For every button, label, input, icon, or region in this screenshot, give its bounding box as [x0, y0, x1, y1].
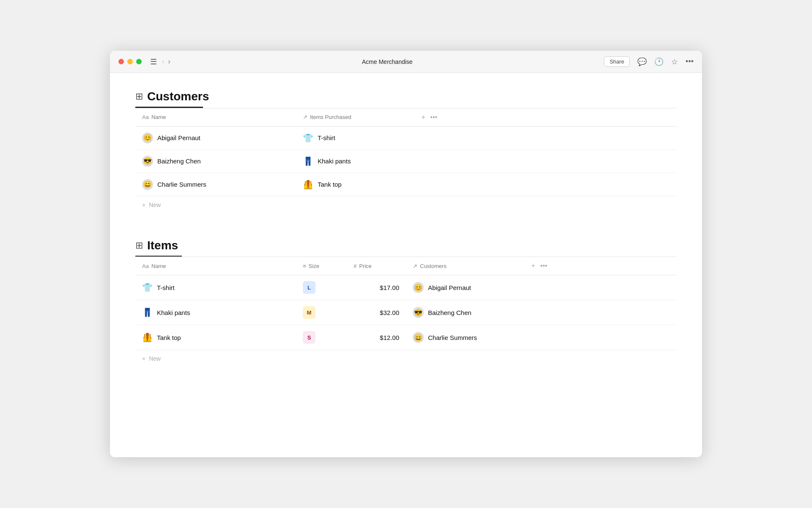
items-item-name-2: Tank top [157, 334, 181, 341]
items-section: ⊞ Items Aa Name [135, 239, 677, 367]
traffic-lights [118, 59, 142, 64]
avatar-baizheng: 😎 [142, 156, 153, 167]
item-name-2: Tank top [318, 181, 342, 188]
price-1: $32.00 [380, 309, 399, 316]
customers-row-1-name[interactable]: 😎 Baizheng Chen [135, 149, 296, 173]
minimize-button[interactable] [127, 59, 133, 64]
customers-new-plus-icon: + [142, 202, 145, 208]
customers-row-2-item[interactable]: 🦺 Tank top [296, 173, 414, 196]
back-button[interactable]: ‹ [162, 57, 165, 66]
customers-row-0-item[interactable]: 👕 T-shirt [296, 126, 414, 149]
customers-col-items-purchased[interactable]: ↗ Items Purchased [296, 108, 414, 127]
items-row-2-size[interactable]: S [296, 325, 347, 350]
items-row-0-price[interactable]: $17.00 [347, 275, 406, 300]
items-row-0-size[interactable]: L [296, 275, 347, 300]
more-columns-button[interactable]: ••• [430, 113, 437, 121]
items-price-col-icon: # [354, 263, 357, 269]
titlebar-actions: Share 💬 🕐 ☆ ••• [604, 56, 694, 67]
customers-table-icon: ⊞ [135, 91, 143, 102]
items-col-name[interactable]: Aa Name [135, 257, 296, 275]
items-size-col-icon: ≡ [303, 263, 306, 269]
name-col-icon: Aa [142, 114, 149, 120]
customers-row-0-extra [414, 126, 677, 149]
items-row-1-customer[interactable]: 😎 Baizheng Chen [406, 300, 524, 325]
items-row-1-price[interactable]: $32.00 [347, 300, 406, 325]
items-row-0-name[interactable]: 👕 T-shirt [135, 275, 296, 300]
items-row-2-customer[interactable]: 😄 Charlie Summers [406, 325, 524, 350]
app-window: ☰ ‹ › Acme Merchandise Share 💬 🕐 ☆ ••• ⊞… [110, 51, 702, 457]
content-area: ⊞ Customers Aa Name [110, 73, 702, 457]
customers-row-0-name[interactable]: 😊 Abigail Pernaut [135, 126, 296, 149]
star-icon[interactable]: ☆ [671, 57, 678, 66]
items-customers-col-icon: ↗ [413, 263, 417, 269]
items-row-0-customer[interactable]: 😊 Abigail Pernaut [406, 275, 524, 300]
items-new-plus-icon: + [142, 355, 145, 362]
customers-row-2-extra [414, 173, 677, 196]
items-avatar-2: 😄 [413, 332, 424, 343]
items-emoji-1: 👖 [142, 307, 153, 318]
customers-row-1-item[interactable]: 👖 Khaki pants [296, 149, 414, 173]
customers-row-1: 😎 Baizheng Chen 👖 Khaki pants [135, 149, 677, 173]
customers-row-0: 😊 Abigail Pernaut 👕 T-shirt [135, 126, 677, 149]
items-table: Aa Name ≡ Size [135, 257, 677, 350]
menu-icon[interactable]: ☰ [150, 57, 157, 66]
items-table-icon: ⊞ [135, 240, 143, 251]
close-button[interactable] [118, 59, 124, 64]
items-purchased-col-label: Items Purchased [310, 114, 351, 120]
items-emoji-2: 🦺 [142, 332, 153, 342]
items-col-size[interactable]: ≡ Size [296, 257, 347, 275]
customers-row-2: 😄 Charlie Summers 🦺 Tank top [135, 173, 677, 196]
items-avatar-1: 😎 [413, 307, 424, 318]
window-title: Acme Merchandise [176, 58, 599, 65]
customers-section: ⊞ Customers Aa Name [135, 90, 677, 213]
items-avatar-0: 😊 [413, 282, 424, 293]
titlebar: ☰ ‹ › Acme Merchandise Share 💬 🕐 ☆ ••• [110, 51, 702, 73]
items-new-label: New [149, 355, 161, 362]
items-customer-name-0: Abigail Pernaut [428, 284, 471, 291]
maximize-button[interactable] [136, 59, 142, 64]
history-icon[interactable]: 🕐 [654, 57, 664, 66]
nav-buttons: ‹ › [162, 57, 170, 66]
items-size-col-label: Size [309, 263, 319, 269]
items-row-1-size[interactable]: M [296, 300, 347, 325]
avatar-charlie: 😄 [142, 179, 153, 190]
add-column-button[interactable]: + [421, 113, 425, 121]
customers-row-1-extra [414, 149, 677, 173]
items-col-actions: + ••• [524, 257, 677, 275]
items-row-2-name[interactable]: 🦺 Tank top [135, 325, 296, 350]
customers-new-row[interactable]: + New [135, 196, 677, 213]
more-icon[interactable]: ••• [686, 57, 694, 66]
avatar-abigail: 😊 [142, 133, 153, 144]
name-baizheng: Baizheng Chen [157, 157, 201, 165]
items-name-col-icon: Aa [142, 263, 149, 269]
item-emoji-1: 👖 [303, 156, 313, 166]
items-more-columns-button[interactable]: ••• [540, 262, 547, 270]
items-row-2: 🦺 Tank top S $12.00 [135, 325, 677, 350]
customers-new-label: New [149, 202, 161, 208]
customers-col-name[interactable]: Aa Name [135, 108, 296, 127]
items-add-column-button[interactable]: + [531, 262, 535, 270]
name-abigail: Abigail Pernaut [157, 134, 200, 141]
items-item-name-1: Khaki pants [157, 309, 190, 316]
items-item-name-0: T-shirt [157, 284, 175, 291]
forward-button[interactable]: › [168, 57, 170, 66]
items-row-0-extra [524, 275, 677, 300]
items-table-container: Aa Name ≡ Size [135, 257, 677, 367]
customers-row-2-name[interactable]: 😄 Charlie Summers [135, 173, 296, 196]
items-row-1-name[interactable]: 👖 Khaki pants [135, 300, 296, 325]
items-purchased-col-icon: ↗ [303, 114, 307, 120]
items-col-price[interactable]: # Price [347, 257, 406, 275]
comment-icon[interactable]: 💬 [637, 57, 647, 66]
items-section-title: Items [147, 239, 178, 252]
customers-table: Aa Name ↗ Items Purchased [135, 108, 677, 196]
items-section-header: ⊞ Items [135, 239, 677, 256]
item-emoji-2: 🦺 [303, 179, 313, 190]
share-button[interactable]: Share [604, 56, 630, 67]
items-col-customers[interactable]: ↗ Customers [406, 257, 524, 275]
item-name-0: T-shirt [318, 134, 335, 141]
size-badge-0: L [303, 281, 315, 294]
items-row-2-price[interactable]: $12.00 [347, 325, 406, 350]
items-row-0: 👕 T-shirt L $17.00 [135, 275, 677, 300]
items-new-row[interactable]: + New [135, 350, 677, 367]
customers-table-container: Aa Name ↗ Items Purchased [135, 108, 677, 213]
